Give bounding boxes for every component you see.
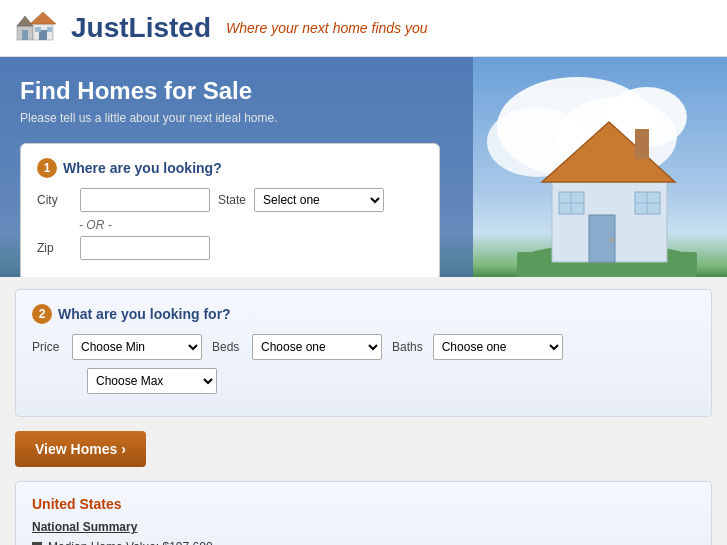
logo-text: JustListed: [71, 12, 211, 44]
search-heading: 2 What are you looking for?: [32, 304, 695, 324]
beds-select[interactable]: Choose one 1+2+3+4+5+: [252, 334, 382, 360]
hero-title: Find Homes for Sale: [20, 77, 453, 105]
svg-rect-24: [635, 129, 649, 159]
city-label: City: [37, 193, 72, 207]
hero-subtitle: Please tell us a little about your next …: [20, 111, 453, 125]
hero-content: Find Homes for Sale Please tell us a lit…: [0, 57, 473, 277]
location-card: 1 Where are you looking? City State Sele…: [20, 143, 440, 277]
zip-label: Zip: [37, 241, 72, 255]
zip-input[interactable]: [80, 236, 210, 260]
svg-rect-7: [47, 27, 52, 32]
stats-region: United States: [32, 496, 695, 512]
site-tagline: Where your next home finds you: [226, 20, 428, 36]
stats-section: United States National Summary Median Ho…: [15, 481, 712, 545]
zip-row: Zip: [37, 236, 423, 260]
state-select[interactable]: Select one AlabamaAlaskaArizonaCaliforni…: [254, 188, 384, 212]
stat-item-1: Median Home Value: $197,600: [32, 540, 695, 545]
site-header: JustListed Where your next home finds yo…: [0, 0, 727, 57]
price-row: Price Choose Min $50,000$100,000$150,000…: [32, 334, 695, 360]
or-separator: - OR -: [79, 218, 423, 232]
stats-summary-label: National Summary: [32, 520, 695, 534]
search-heading-text: What are you looking for?: [58, 306, 231, 322]
svg-rect-2: [22, 30, 28, 40]
search-section: 2 What are you looking for? Price Choose…: [15, 289, 712, 417]
step-1-circle: 1: [37, 158, 57, 178]
svg-marker-4: [30, 12, 56, 24]
city-input[interactable]: [80, 188, 210, 212]
price-max-row: Choose Max $100,000$200,000$300,000$500,…: [87, 368, 695, 394]
price-min-select[interactable]: Choose Min $50,000$100,000$150,000$200,0…: [72, 334, 202, 360]
logo-icon: [15, 8, 63, 48]
main-content: 2 What are you looking for? Price Choose…: [0, 277, 727, 545]
hero-section: Find Homes for Sale Please tell us a lit…: [0, 57, 727, 277]
step-2-circle: 2: [32, 304, 52, 324]
view-homes-arrow: ›: [121, 441, 126, 457]
house-svg: [507, 77, 707, 277]
svg-marker-1: [17, 16, 33, 26]
view-homes-button[interactable]: View Homes ›: [15, 431, 146, 467]
house-illustration: [507, 77, 707, 277]
beds-label: Beds: [212, 340, 242, 354]
svg-point-17: [610, 238, 615, 243]
svg-marker-15: [542, 122, 675, 182]
logo-area: JustListed: [15, 8, 211, 48]
price-max-select[interactable]: Choose Max $100,000$200,000$300,000$500,…: [87, 368, 217, 394]
view-homes-label: View Homes: [35, 441, 117, 457]
location-heading: 1 Where are you looking?: [37, 158, 423, 178]
state-label: State: [218, 193, 246, 207]
stat-text-1: Median Home Value: $197,600: [48, 540, 213, 545]
location-heading-text: Where are you looking?: [63, 160, 222, 176]
price-label: Price: [32, 340, 62, 354]
baths-label: Baths: [392, 340, 423, 354]
city-row: City State Select one AlabamaAlaskaArizo…: [37, 188, 423, 212]
svg-rect-6: [35, 27, 41, 32]
baths-select[interactable]: Choose one 1+2+3+4+: [433, 334, 563, 360]
